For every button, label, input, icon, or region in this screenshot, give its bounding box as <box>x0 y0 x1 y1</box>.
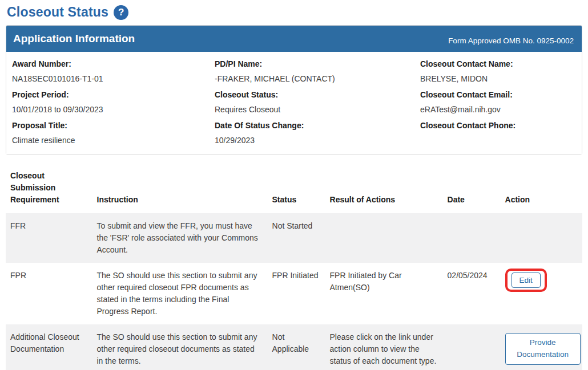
field-label: Project Period: <box>12 90 209 99</box>
cell-date: 02/05/2024 <box>443 263 501 324</box>
header-closeout-submission-requirement: Closeout Submission Requirement <box>6 163 92 213</box>
help-icon[interactable]: ? <box>114 5 128 20</box>
cell-date <box>443 324 501 370</box>
field-value: 10/01/2018 to 09/30/2023 <box>12 105 209 115</box>
cell-instruction: To submit and view the FFR, you must hav… <box>92 213 268 263</box>
header-instruction: Instruction <box>92 163 268 213</box>
field-closeout-status: Closeout Status: Requires Closeout <box>215 90 420 115</box>
field-award-number: Award Number: NA18SEC0101016-T1-01 <box>12 59 215 84</box>
field-value: NA18SEC0101016-T1-01 <box>12 74 209 84</box>
table-row-fpr: FPR The SO should use this section to su… <box>6 263 582 324</box>
omb-approval-text: Form Approved OMB No. 0925-0002 <box>448 36 574 45</box>
field-closeout-contact-name: Closeout Contact Name: BRELYSE, MIDON <box>420 59 577 84</box>
field-value: -FRAKER, MICHAEL (CONTACT) <box>215 74 414 84</box>
field-value: 10/29/2023 <box>215 136 414 146</box>
table-row-ffr: FFR To submit and view the FFR, you must… <box>6 213 582 263</box>
cell-action: Provide Documentation <box>501 324 582 370</box>
field-proposal-title: Proposal Title: Climate resilience <box>12 121 215 146</box>
provide-documentation-button[interactable]: Provide Documentation <box>505 333 581 365</box>
panel-title: Application Information <box>13 32 135 45</box>
page-header: Closeout Status ? <box>6 3 582 25</box>
field-date-of-status-change: Date Of Status Change: 10/29/2023 <box>215 121 420 146</box>
field-label: PD/PI Name: <box>215 59 414 68</box>
header-status: Status <box>268 163 325 213</box>
cell-instruction: The SO should use this section to submit… <box>92 263 268 324</box>
cell-requirement: Additional Closeout Documentation <box>6 324 92 370</box>
field-label: Date Of Status Change: <box>215 121 414 130</box>
field-pd-pi-name: PD/PI Name: -FRAKER, MICHAEL (CONTACT) <box>215 59 420 84</box>
field-label: Closeout Contact Email: <box>420 90 571 99</box>
field-project-period: Project Period: 10/01/2018 to 09/30/2023 <box>12 90 215 115</box>
field-label: Closeout Status: <box>215 90 414 99</box>
field-value: Climate resilience <box>12 136 209 146</box>
field-value: eRATest@mail.nih.gov <box>420 105 571 115</box>
field-label: Closeout Contact Phone: <box>420 121 571 130</box>
page-title: Closeout Status <box>7 5 108 20</box>
cell-result: FPR Initiated by Car Atmen(SO) <box>325 263 443 324</box>
cell-result: Please click on the link under action co… <box>325 324 443 370</box>
header-action: Action <box>501 163 582 213</box>
closeout-status-page: Closeout Status ? Application Informatio… <box>0 0 588 370</box>
table-row-additional-closeout-documentation: Additional Closeout Documentation The SO… <box>6 324 582 370</box>
table-header-row: Closeout Submission Requirement Instruct… <box>6 163 582 213</box>
field-label: Closeout Contact Name: <box>420 59 571 68</box>
field-closeout-contact-phone: Closeout Contact Phone: <box>420 121 577 146</box>
closeout-requirements-table: Closeout Submission Requirement Instruct… <box>6 163 582 370</box>
application-information-panel: Application Information Form Approved OM… <box>6 25 582 154</box>
field-value: Requires Closeout <box>215 105 414 115</box>
field-value <box>420 136 571 146</box>
cell-requirement: FFR <box>6 213 92 263</box>
field-label: Proposal Title: <box>12 121 209 130</box>
cell-date <box>443 213 501 263</box>
red-highlight-annotation: Edit <box>505 269 547 292</box>
cell-status: Not Started <box>268 213 325 263</box>
header-result-of-actions: Result of Actions <box>325 163 443 213</box>
cell-action: Edit <box>501 263 582 324</box>
cell-status: Not Applicable <box>268 324 325 370</box>
cell-requirement: FPR <box>6 263 92 324</box>
field-label: Award Number: <box>12 59 209 68</box>
cell-status: FPR Initiated <box>268 263 325 324</box>
panel-body: Award Number: NA18SEC0101016-T1-01 PD/PI… <box>6 52 582 154</box>
cell-result <box>325 213 443 263</box>
field-closeout-contact-email: Closeout Contact Email: eRATest@mail.nih… <box>420 90 577 115</box>
panel-heading: Application Information Form Approved OM… <box>6 26 582 52</box>
field-value: BRELYSE, MIDON <box>420 74 571 84</box>
cell-action <box>501 213 582 263</box>
header-date: Date <box>443 163 501 213</box>
edit-button[interactable]: Edit <box>512 273 541 288</box>
cell-instruction: The SO should use this section to submit… <box>92 324 268 370</box>
